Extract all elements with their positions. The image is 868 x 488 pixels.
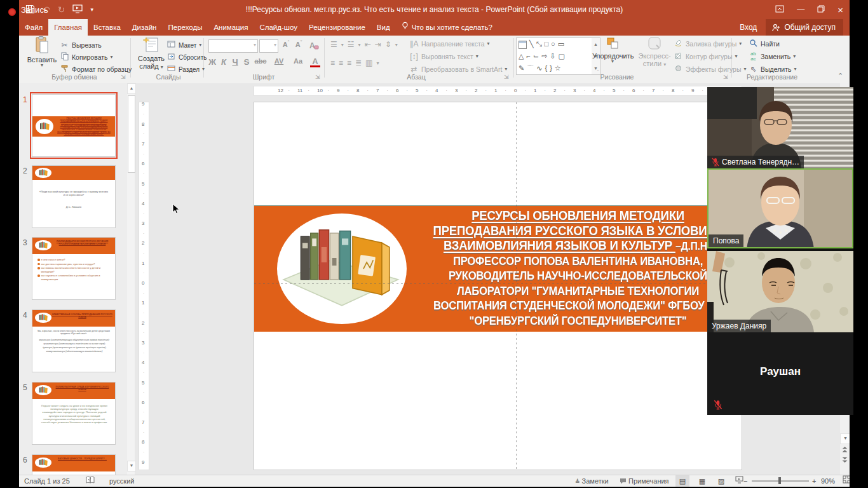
text-direction-button[interactable]: ∥AНаправление текста▾ bbox=[409, 38, 490, 50]
record-dot-icon bbox=[8, 8, 16, 16]
grow-font-button[interactable]: Аˆ bbox=[281, 40, 291, 48]
reading-view-button[interactable]: ▨ bbox=[714, 475, 728, 487]
next-slide-button[interactable] bbox=[840, 457, 850, 466]
tab-файл[interactable]: Файл bbox=[19, 19, 48, 36]
horizontal-ruler: 12·11·10·9·8·7·6·5·4·3·2·1·0·1·2·3·4·5·6… bbox=[254, 86, 742, 96]
new-slide-button[interactable]: Создатьслайд ▾ bbox=[135, 36, 168, 78]
align-right-icon[interactable]: ≡ bbox=[347, 58, 351, 67]
numbering-icon[interactable]: ☱ bbox=[348, 40, 355, 49]
thumbnail-scrollbar[interactable]: ▲ ▼ bbox=[127, 83, 135, 475]
slideshow-icon[interactable] bbox=[72, 4, 83, 15]
thumb-title-band: ЛИНГВОДИДАКТИЧЕСКИЙ ПРОГНОЗ ИЗУЧЕНИЯ РУС… bbox=[32, 238, 115, 254]
ruler-mark: 3 bbox=[573, 88, 576, 93]
shapes-gallery[interactable]: ╲⤡□○▭ △⌐⌙⇨⇩▢ ✎⌒∿{}☆ bbox=[516, 37, 592, 75]
underline-button[interactable]: Ч bbox=[230, 57, 240, 67]
cut-button[interactable]: ✂Вырезать bbox=[60, 39, 102, 51]
video-tile-raushan[interactable]: Раушан bbox=[707, 332, 853, 415]
qat-customize-icon[interactable]: ▾ bbox=[90, 7, 93, 13]
banner-line: РЕСУРСЫ ОБНОВЛЕНИЯ МЕТОДИКИ bbox=[417, 208, 738, 224]
tab-переходы[interactable]: Переходы bbox=[162, 19, 208, 36]
align-center-icon[interactable]: ≡ bbox=[339, 58, 343, 67]
spellcheck-icon[interactable] bbox=[86, 475, 95, 487]
video-tile-urzhaev[interactable]: Уржаев Данияр bbox=[707, 251, 853, 332]
ruler-tick: · bbox=[143, 410, 144, 414]
video-tile-popova[interactable]: Попова bbox=[707, 168, 853, 248]
bold-button[interactable]: Ж bbox=[207, 57, 217, 67]
reset-button[interactable]: Сбросить bbox=[166, 51, 207, 63]
clear-format-button[interactable]: А bbox=[309, 41, 320, 51]
ruler-tick: · bbox=[143, 211, 144, 215]
change-case-button[interactable]: Аа bbox=[291, 57, 305, 65]
books-logo-icon bbox=[35, 313, 51, 323]
tab-вид[interactable]: Вид bbox=[371, 19, 396, 36]
slide-thumbnail-image: ПОЛИКУЛЬТУРНАЯ СРЕДА ИЗУЧЕНИЯ РУССКОГО Я… bbox=[32, 382, 116, 445]
justify-icon[interactable]: ≣ bbox=[355, 58, 362, 67]
video-tile-svetlana[interactable]: Светлана Тенерядн… bbox=[707, 87, 853, 168]
tab-дизайн[interactable]: Дизайн bbox=[126, 19, 163, 36]
tab-вставка[interactable]: Вставка bbox=[88, 19, 126, 36]
minimize-icon[interactable]: — bbox=[797, 5, 804, 14]
drawing-dialog-launcher[interactable]: ⇲ bbox=[723, 74, 729, 80]
slide-title-banner[interactable]: РЕСУРСЫ ОБНОВЛЕНИЯ МЕТОДИКИПРЕПОДАВАНИЯ … bbox=[254, 205, 742, 332]
language-indicator[interactable]: русский bbox=[109, 475, 134, 487]
find-button[interactable]: Найти bbox=[749, 38, 780, 50]
shadow-button[interactable]: abc bbox=[253, 57, 268, 65]
copy-button[interactable]: Копировать▾ bbox=[60, 51, 113, 63]
font-name-combo[interactable] bbox=[208, 39, 258, 53]
zoom-slider-thumb[interactable] bbox=[778, 477, 781, 484]
font-color-button[interactable]: А bbox=[310, 57, 320, 67]
ruler-tick: · bbox=[525, 88, 526, 93]
outdent-icon[interactable]: ⇤ bbox=[365, 40, 371, 49]
align-text-button[interactable]: [↕]Выровнять текст▾ bbox=[409, 51, 478, 62]
ribbon-options-icon[interactable] bbox=[775, 5, 784, 15]
paste-button[interactable]: Вставить▾ bbox=[27, 36, 57, 78]
share-button[interactable]: Общий доступ bbox=[766, 19, 843, 36]
quick-styles-button[interactable]: Экспресс-стили ▾ bbox=[637, 36, 672, 78]
shape-fill-button[interactable]: Заливка фигуры▾ bbox=[674, 38, 742, 50]
tab-анимация[interactable]: Анимация bbox=[208, 19, 254, 36]
italic-button[interactable]: К bbox=[219, 57, 229, 67]
replace-button[interactable]: abacЗаменить▾ bbox=[749, 51, 796, 62]
zoom-in-button[interactable]: + bbox=[812, 475, 816, 487]
select-icon: ⇖ bbox=[749, 65, 758, 74]
tab-рецензирование[interactable]: Рецензирование bbox=[303, 19, 371, 36]
slide-sorter-button[interactable]: ▦ bbox=[695, 475, 709, 487]
tab-главная[interactable]: Главная bbox=[48, 19, 88, 36]
signin-link[interactable]: Вход bbox=[731, 19, 766, 36]
clipboard-dialog-launcher[interactable]: ⇲ bbox=[121, 74, 127, 80]
line-spacing-icon[interactable]: ⇕ bbox=[385, 40, 391, 49]
comments-button[interactable]: Примечания bbox=[620, 475, 669, 487]
zoom-out-button[interactable]: − bbox=[743, 475, 747, 487]
layout-button[interactable]: Макет▾ bbox=[166, 39, 201, 51]
tab-что-вы-хотите-сделать-[interactable]: Что вы хотите сделать? bbox=[396, 19, 498, 36]
arrange-button[interactable]: Упорядочить▾ bbox=[592, 36, 633, 78]
font-size-combo[interactable] bbox=[259, 39, 278, 53]
zoom-level[interactable]: 90% bbox=[821, 475, 835, 487]
normal-view-button[interactable]: ▤ bbox=[675, 475, 689, 487]
columns-icon[interactable]: ▥ bbox=[365, 58, 372, 67]
shrink-font-button[interactable]: Аˇ bbox=[294, 40, 304, 48]
thumb-title-band: БАЗОВЫЕ ЦЕННОСТИ – ПОРЯДОК ШЛРЕГУ… bbox=[32, 455, 115, 471]
char-spacing-button[interactable]: AV bbox=[271, 57, 287, 65]
tab-слайд-шоу[interactable]: Слайд-шоу bbox=[254, 19, 303, 36]
ruler-mark: 7 bbox=[142, 419, 144, 425]
indent-icon[interactable]: ⇥ bbox=[375, 40, 381, 49]
scroll-down-button[interactable]: ▼ bbox=[840, 433, 850, 444]
notes-button[interactable]: ≜ Заметки bbox=[575, 475, 609, 487]
strikethrough-button[interactable]: S bbox=[241, 57, 252, 67]
fit-slide-button[interactable] bbox=[839, 475, 850, 487]
restore-icon[interactable] bbox=[817, 5, 825, 15]
close-icon[interactable]: × bbox=[837, 4, 843, 15]
paragraph-dialog-launcher[interactable]: ⇲ bbox=[504, 74, 510, 80]
thumb-scroll-down[interactable]: ▼ bbox=[127, 461, 136, 471]
font-dialog-launcher[interactable]: ⇲ bbox=[315, 74, 322, 80]
thumb-scroll-up[interactable]: ▲ bbox=[127, 83, 136, 94]
ruler-mark: 8 bbox=[142, 439, 144, 445]
previous-slide-button[interactable] bbox=[840, 446, 850, 456]
align-left-icon[interactable]: ≡ bbox=[330, 58, 335, 67]
shape-outline-button[interactable]: Контур фигуры▾ bbox=[674, 51, 737, 62]
slide-canvas[interactable]: РЕСУРСЫ ОБНОВЛЕНИЯ МЕТОДИКИПРЕПОДАВАНИЯ … bbox=[254, 102, 742, 470]
collapse-ribbon-button[interactable]: ⌃ bbox=[837, 72, 844, 79]
redo-icon[interactable]: ↻ bbox=[58, 5, 65, 14]
bullets-icon[interactable]: ☰ bbox=[330, 40, 337, 49]
